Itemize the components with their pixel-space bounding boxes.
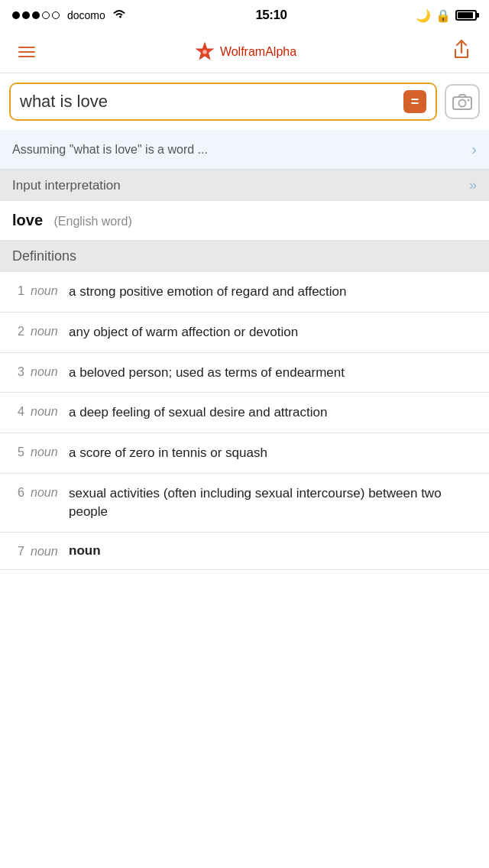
input-interpretation-label: Input interpretation xyxy=(12,178,121,193)
assuming-chevron-icon: › xyxy=(471,141,477,158)
def-pos-6: noun xyxy=(31,486,63,500)
expand-icon[interactable]: » xyxy=(469,177,477,193)
camera-button[interactable] xyxy=(445,84,480,119)
svg-point-4 xyxy=(459,100,466,107)
app-header: WolframAlpha xyxy=(0,31,489,73)
carrier-label: docomo xyxy=(67,9,105,21)
input-interpretation-section: Input interpretation » xyxy=(0,170,489,201)
signal-dot-2 xyxy=(22,11,30,19)
search-input[interactable] xyxy=(20,92,403,112)
def-number-1: 1 xyxy=(12,284,24,298)
def-pos-4: noun xyxy=(31,405,63,419)
definitions-section-header: Definitions xyxy=(0,241,489,272)
battery-icon xyxy=(455,10,477,21)
signal-dot-5 xyxy=(52,11,60,19)
def-text-3: a beloved person; used as terms of endea… xyxy=(69,364,477,382)
assuming-row[interactable]: Assuming "what is love" is a word ... › xyxy=(0,130,489,170)
def-text-4: a deep feeling of sexual desire and attr… xyxy=(69,403,477,422)
definition-row-2: 2nounany object of warm affection or dev… xyxy=(0,313,489,353)
share-button[interactable] xyxy=(446,33,477,71)
definitions-list: 1nouna strong positive emotion of regard… xyxy=(0,272,489,570)
def-pos-3: noun xyxy=(31,365,63,379)
status-right: 🌙 🔒 xyxy=(416,8,477,23)
app-logo: WolframAlpha xyxy=(191,38,296,66)
def-pos-1: noun xyxy=(31,284,63,298)
share-icon xyxy=(452,39,471,60)
menu-button[interactable] xyxy=(12,40,41,63)
definitions-label: Definitions xyxy=(12,248,76,264)
hamburger-line-1 xyxy=(18,47,35,48)
word-sub: (English word) xyxy=(53,215,131,228)
definition-row-1: 1nouna strong positive emotion of regard… xyxy=(0,272,489,313)
signal-dot-1 xyxy=(12,11,20,19)
search-clear-button[interactable]: = xyxy=(403,90,426,113)
status-left: docomo xyxy=(12,8,127,23)
logo-wolfram: Wolfram xyxy=(220,45,265,58)
word-main: love xyxy=(12,212,43,228)
assuming-text: Assuming "what is love" is a word ... xyxy=(12,143,208,157)
def-text-6: sexual activities (often including sexua… xyxy=(69,484,477,521)
status-time: 15:10 xyxy=(255,8,287,23)
search-container: = xyxy=(0,73,489,130)
search-box: = xyxy=(9,83,437,121)
def-number-5: 5 xyxy=(12,445,24,459)
status-bar: docomo 15:10 🌙 🔒 xyxy=(0,0,489,31)
hamburger-line-3 xyxy=(18,56,35,57)
camera-icon xyxy=(452,93,472,110)
def-number-3: 3 xyxy=(12,365,24,379)
def-text-5: a score of zero in tennis or squash xyxy=(69,444,477,462)
lock-icon: 🔒 xyxy=(436,8,451,23)
moon-icon: 🌙 xyxy=(416,8,431,23)
svg-point-5 xyxy=(468,99,470,102)
definition-row-3: 3nouna beloved person; used as terms of … xyxy=(0,353,489,394)
def-text-7: noun xyxy=(69,543,101,559)
signal-dot-4 xyxy=(42,11,50,19)
logo-star-icon xyxy=(191,38,219,66)
def-number-2: 2 xyxy=(12,325,24,338)
svg-point-2 xyxy=(202,50,206,53)
signal-dot-3 xyxy=(32,11,40,19)
signal-dots xyxy=(12,11,60,19)
def-pos-5: noun xyxy=(31,445,63,459)
word-interpretation-row: love (English word) xyxy=(0,201,489,241)
def-number-7: 7 xyxy=(12,545,24,559)
def-number-4: 4 xyxy=(12,405,24,419)
definition-row-7: 7nounnoun xyxy=(0,533,489,570)
def-number-6: 6 xyxy=(12,486,24,500)
definition-row-6: 6nounsexual activities (often including … xyxy=(0,474,489,533)
search-clear-icon: = xyxy=(411,95,419,108)
wifi-icon xyxy=(112,8,127,23)
definition-row-4: 4nouna deep feeling of sexual desire and… xyxy=(0,393,489,433)
def-text-1: a strong positive emotion of regard and … xyxy=(69,283,477,301)
logo-alpha: Alpha xyxy=(265,45,296,58)
def-text-2: any object of warm affection or devotion xyxy=(69,323,477,342)
definition-row-5: 5nouna score of zero in tennis or squash xyxy=(0,433,489,474)
def-pos-2: noun xyxy=(31,325,63,338)
svg-rect-3 xyxy=(453,97,471,109)
def-pos-7: noun xyxy=(31,545,63,559)
hamburger-line-2 xyxy=(18,51,35,53)
logo-text: WolframAlpha xyxy=(220,45,296,59)
